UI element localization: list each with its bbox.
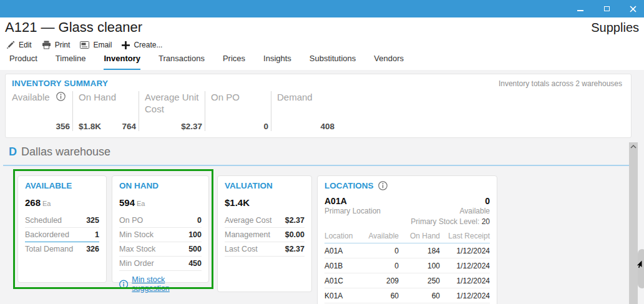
- chevron-up-icon[interactable]: [630, 145, 637, 149]
- cell-location: A01C: [324, 277, 363, 285]
- last-cost-value: $2.37: [285, 245, 305, 253]
- available-card-title: AVAILABLE: [25, 181, 99, 190]
- col-on-hand[interactable]: On Hand: [399, 232, 440, 240]
- locations-table: Location Available On Hand Last Receipt …: [324, 232, 490, 303]
- category-label: Supplies: [591, 21, 639, 35]
- tab-inventory[interactable]: Inventory: [104, 54, 140, 71]
- cell-on-hand: 250: [399, 277, 440, 285]
- tab-prices[interactable]: Prices: [223, 54, 245, 71]
- print-button[interactable]: Print: [42, 41, 71, 49]
- warehouse-name: Dallas warehouse: [21, 145, 110, 158]
- info-icon[interactable]: [56, 92, 66, 101]
- minimize-button[interactable]: [577, 5, 584, 12]
- cell-on-hand: 60: [399, 292, 440, 300]
- email-button[interactable]: Email: [80, 41, 112, 49]
- page-title: A121 — Glass cleaner: [5, 19, 142, 36]
- warehouse-initial: D: [9, 145, 17, 158]
- warehouse-totals-note: Inventory totals across 2 warehouses: [499, 79, 622, 88]
- col-last-receipt[interactable]: Last Receipt: [440, 232, 490, 240]
- primary-stock-level: Primary Stock Level: 20: [324, 217, 490, 226]
- min-stock-row: Min Stock 100: [119, 228, 202, 242]
- last-cost-label: Last Cost: [225, 245, 258, 253]
- summary-col-on-po: On PO 0: [205, 91, 271, 131]
- primary-location-available-value: 0: [485, 196, 490, 206]
- on-hand-label: On Hand: [79, 91, 116, 103]
- min-stock-suggestion-label: Min stock suggestion: [132, 275, 202, 293]
- management-row: Management $0.00: [225, 228, 305, 242]
- scheduled-label: Scheduled: [25, 216, 62, 225]
- pencil-icon: [6, 41, 15, 49]
- create-button[interactable]: Create...: [122, 41, 162, 49]
- cell-available: 0: [363, 262, 399, 270]
- average-cost-value: $2.37: [285, 216, 305, 225]
- min-stock-suggestion-link[interactable]: Min stock suggestion: [119, 275, 202, 293]
- available-unit: Ea: [42, 200, 51, 207]
- total-demand-row: Total Demand 326: [25, 242, 99, 256]
- print-label: Print: [55, 41, 71, 49]
- max-stock-label: Max Stock: [119, 245, 155, 253]
- table-row[interactable]: A01A 0 184 1/12/2024: [324, 243, 490, 258]
- cell-location: K01A: [324, 292, 363, 300]
- col-location[interactable]: Location: [324, 232, 363, 240]
- on-hand-qty: 594: [119, 197, 135, 208]
- total-demand-value: 326: [86, 245, 99, 253]
- backordered-label: Backordered: [25, 230, 69, 239]
- create-label: Create...: [134, 41, 162, 49]
- inventory-summary-panel: INVENTORY SUMMARY Inventory totals acros…: [5, 74, 632, 138]
- backordered-row: Backordered 1: [25, 228, 99, 242]
- tab-vendors[interactable]: Vendors: [374, 54, 404, 71]
- cell-on-hand: 184: [399, 247, 440, 255]
- on-po-value: 0: [263, 122, 268, 131]
- max-stock-row: Max Stock 500: [119, 242, 202, 257]
- scheduled-value: 325: [86, 216, 99, 225]
- on-po-label: On PO: [211, 91, 240, 103]
- management-value: $0.00: [285, 230, 305, 239]
- info-icon[interactable]: [378, 181, 388, 190]
- avg-unit-cost-value: $2.37: [181, 122, 202, 131]
- on-hand-unit: Ea: [137, 200, 145, 207]
- valuation-card: VALUATION $1.4K Average Cost $2.37 Manag…: [217, 175, 312, 292]
- cell-location: A01B: [324, 262, 363, 270]
- cell-available: 209: [363, 277, 399, 285]
- scrollbar-thumb[interactable]: [638, 249, 644, 288]
- minimize-icon: [577, 10, 583, 11]
- close-button[interactable]: [629, 5, 637, 12]
- valuation-card-title: VALUATION: [225, 181, 305, 190]
- printer-icon: [42, 41, 51, 49]
- locations-table-header: Location Available On Hand Last Receipt: [324, 232, 490, 243]
- edit-button[interactable]: Edit: [6, 41, 32, 49]
- demand-value: 408: [320, 122, 334, 131]
- primary-stock-level-value: 20: [482, 217, 490, 226]
- table-row[interactable]: K01A 60 60 1/12/2024: [324, 288, 490, 303]
- primary-location-label: Primary Location: [324, 207, 381, 215]
- on-po-row-label: On PO: [119, 216, 143, 225]
- primary-stock-level-label: Primary Stock Level:: [411, 217, 479, 226]
- cell-on-hand: 100: [399, 262, 440, 270]
- tab-transactions[interactable]: Transactions: [159, 54, 205, 71]
- tab-bar: Product Timeline Inventory Transactions …: [9, 54, 422, 71]
- table-row[interactable]: A01C 209 250 1/12/2024: [324, 273, 490, 288]
- tab-insights[interactable]: Insights: [263, 54, 291, 71]
- avg-unit-cost-label: Average Unit Cost: [145, 91, 202, 115]
- maximize-icon: [604, 6, 610, 11]
- envelope-icon: [80, 41, 89, 49]
- on-hand-card: ON HAND 594Ea On PO 0 Min Stock 100 Max …: [112, 175, 209, 283]
- email-label: Email: [93, 41, 112, 49]
- col-available[interactable]: Available: [363, 232, 399, 240]
- available-qty: 268: [25, 197, 41, 208]
- tab-timeline[interactable]: Timeline: [56, 54, 86, 71]
- max-stock-value: 500: [188, 245, 202, 253]
- tab-substitutions[interactable]: Substitutions: [310, 54, 356, 71]
- vertical-scrollbar[interactable]: [629, 142, 638, 304]
- cell-last-receipt: 1/12/2024: [440, 277, 490, 285]
- summary-col-available: Available 356: [12, 91, 72, 131]
- maximize-button[interactable]: [603, 5, 610, 12]
- valuation-total: $1.4K: [225, 197, 250, 208]
- table-row[interactable]: A01B 0 100 1/12/2024: [324, 258, 490, 273]
- primary-location-code: A01A: [324, 196, 347, 206]
- available-card: AVAILABLE 268Ea Scheduled 325 Backordere…: [17, 175, 107, 283]
- tab-product[interactable]: Product: [9, 54, 37, 71]
- min-order-value: 450: [188, 259, 202, 268]
- cell-available: 60: [363, 292, 399, 300]
- edit-label: Edit: [19, 41, 32, 49]
